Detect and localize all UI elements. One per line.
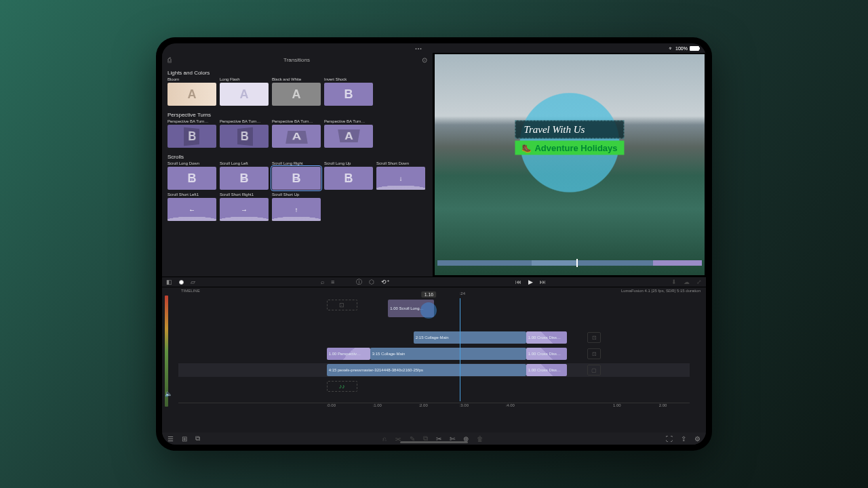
settings-icon[interactable]: ⚙: [694, 435, 701, 443]
clip-crossdissolve-1[interactable]: 1.00 Cross Diss…: [526, 331, 567, 344]
category-label: Perspective Turns: [162, 108, 433, 119]
list-view-icon[interactable]: ☰: [167, 435, 174, 443]
battery-pct: 100%: [675, 46, 688, 51]
wifi-icon: ᯤ: [669, 46, 673, 51]
grid-view-icon[interactable]: ⊞: [182, 435, 187, 443]
rewind-speed-icon[interactable]: ⟲⁺: [381, 279, 390, 285]
transition-scroll-long-down[interactable]: B↓: [167, 167, 216, 190]
transition-perspective-4[interactable]: A: [324, 125, 373, 148]
track-main-video[interactable]: 1.00 Perspectiv… 3:15 Collage-Main 1.00 …: [178, 347, 690, 361]
multitask-dots[interactable]: •••: [415, 46, 422, 51]
track-end-3[interactable]: ▢: [587, 365, 601, 375]
browser-title: Transitions: [172, 57, 422, 63]
info-icon[interactable]: ⓘ: [356, 278, 362, 287]
tag-icon[interactable]: ⬡: [369, 279, 374, 285]
category-label: Scrolls: [162, 150, 433, 161]
transition-perspective-1[interactable]: B: [167, 125, 216, 148]
title-line-2: 🥾 Adventure Holidays: [515, 141, 624, 155]
filter-icon[interactable]: ≡: [331, 279, 334, 285]
middle-toolbar: ◧ ▱ ⌕ ≡ ⓘ ⬡ ⟲⁺ ⏮ ▶ ⏭ ⬇ ☁ ⤢: [162, 277, 706, 287]
empty-clip-slot[interactable]: ⊡: [327, 300, 357, 310]
transition-scroll-short-down[interactable]: ↓: [376, 167, 425, 190]
boot-icon: 🥾: [521, 143, 532, 152]
transition-scroll-long-up[interactable]: B↑: [324, 167, 373, 190]
cloud-icon[interactable]: ☁: [684, 279, 690, 285]
transition-scroll-short-right[interactable]: →: [220, 198, 269, 221]
play-button[interactable]: ▶: [528, 279, 533, 285]
browser-more-icon[interactable]: ⊙: [422, 56, 427, 64]
timeline[interactable]: TIMELINE LumaFusion 4.1 [25 fps, SDR] 5:…: [162, 287, 706, 420]
expand-icon[interactable]: ⤢: [696, 279, 702, 285]
next-button[interactable]: ⏭: [540, 279, 546, 285]
undo-icon[interactable]: ⎌: [382, 435, 387, 443]
preview-monitor[interactable]: Travel With Us 🥾 Adventure Holidays: [433, 53, 706, 277]
clip-crossdissolve-2[interactable]: 1.00 Cross Diss…: [526, 348, 567, 360]
transition-scroll-long-right[interactable]: B→: [272, 167, 321, 190]
edit-mode-icon[interactable]: ◧: [166, 279, 172, 285]
tracks-container[interactable]: 1.16 :24 1.00 Scroll Long… ⊡ 2:15 Collag…: [178, 298, 690, 401]
record-button[interactable]: [179, 280, 184, 285]
transition-scroll-short-up[interactable]: ↑: [272, 198, 321, 221]
track-end-2[interactable]: ⊡: [587, 348, 601, 359]
battery-icon: [690, 46, 699, 51]
empty-audio-slot[interactable]: ♪♪: [327, 381, 357, 392]
clip-perspective[interactable]: 1.00 Perspectiv…: [327, 348, 370, 360]
clip-pexels[interactable]: 4:15 pexels-pressmaster-3214448-3840x216…: [327, 364, 526, 376]
clip-crossdissolve-3[interactable]: 1.00 Cross Diss…: [526, 364, 567, 376]
out-marker: :24: [460, 291, 465, 296]
playhead[interactable]: [460, 298, 460, 401]
prev-button[interactable]: ⏮: [515, 279, 521, 285]
download-icon[interactable]: ⬇: [671, 279, 677, 285]
track-end-1[interactable]: ⊡: [587, 332, 601, 343]
preview-image: [435, 54, 705, 275]
transition-bloom[interactable]: A: [167, 83, 216, 106]
transition-perspective-2[interactable]: B: [220, 125, 269, 148]
preview-scrubber[interactable]: [437, 260, 702, 266]
speaker-icon[interactable]: 🔈: [165, 390, 172, 397]
track-background[interactable]: 4:15 pexels-pressmaster-3214448-3840x216…: [178, 363, 690, 377]
timeline-label: TIMELINE: [181, 289, 200, 293]
keyframe-icon[interactable]: ▱: [191, 279, 195, 285]
title-line-1: Travel With Us: [515, 121, 624, 139]
status-bar: ••• ᯤ 100%: [162, 43, 706, 53]
playhead-time: 1.16: [422, 291, 437, 298]
transitions-browser: ⎙ Transitions ⊙ Lights and Colors BloomA…: [162, 53, 433, 277]
ipad-frame: ••• ᯤ 100% ⎙ Transitions ⊙ Lights and Co…: [156, 37, 712, 451]
transition-long-flash[interactable]: A: [220, 83, 269, 106]
category-scrolls: Scrolls Scroll Long DownB↓ Scroll Long L…: [162, 150, 433, 224]
share-icon[interactable]: ⇪: [681, 435, 686, 443]
fit-icon[interactable]: ⛶: [666, 435, 673, 443]
track-overlay-1[interactable]: 2:15 Collage-Main 1.00 Cross Diss… ⊡: [178, 331, 690, 344]
category-perspective: Perspective Turns Perspective BA Turn…B …: [162, 108, 433, 150]
search-icon[interactable]: ⌕: [321, 279, 324, 285]
layers-icon[interactable]: ⧉: [195, 434, 200, 443]
home-indicator[interactable]: [400, 441, 468, 443]
transition-invert-shock[interactable]: B: [324, 83, 373, 106]
track-audio[interactable]: ♪♪: [178, 380, 690, 393]
title-overlay: Travel With Us 🥾 Adventure Holidays: [515, 121, 624, 155]
clip-collage-1[interactable]: 2:15 Collage-Main: [414, 331, 526, 344]
transition-scroll-long-left[interactable]: B←: [220, 167, 269, 190]
clip-collage-2[interactable]: 3:15 Collage-Main: [370, 348, 526, 360]
app-screen: ••• ᯤ 100% ⎙ Transitions ⊙ Lights and Co…: [162, 43, 706, 445]
delete-icon[interactable]: 🗑: [477, 435, 484, 443]
track-overlay-2[interactable]: ⊡: [178, 298, 690, 312]
transition-scroll-short-left[interactable]: ←: [167, 198, 216, 221]
scrubber-playhead[interactable]: [576, 259, 578, 267]
transition-perspective-3[interactable]: A: [272, 125, 321, 148]
category-lights: Lights and Colors BloomA Long FlashA Bla…: [162, 66, 433, 108]
project-info: LumaFusion 4.1 [25 fps, SDR] 5:15 durati…: [621, 289, 701, 293]
category-label: Lights and Colors: [162, 66, 433, 77]
time-ruler[interactable]: :0.00 :1.00 :2.00 :3.00 :4.00 1.00 2.00: [178, 403, 690, 411]
transition-black-white[interactable]: A: [272, 83, 321, 106]
